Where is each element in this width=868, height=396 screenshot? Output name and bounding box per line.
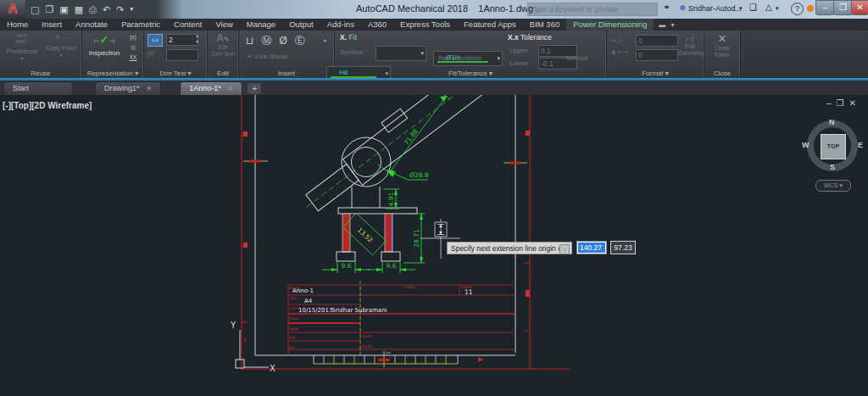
panel-close: ✕ CloseEditor Close xyxy=(704,31,741,78)
tab-insert[interactable]: Insert xyxy=(35,19,69,31)
saveas-icon[interactable]: ▦ xyxy=(75,3,83,16)
dim-rep-3-icon[interactable]: XX xyxy=(126,53,140,63)
close-tab-icon[interactable]: ✕ xyxy=(228,85,234,92)
undo-icon[interactable]: ↶ xyxy=(103,3,110,16)
dim-28-71: 28.71 xyxy=(413,229,420,248)
caret-down-icon[interactable]: ▾ xyxy=(324,37,326,43)
tab-start[interactable]: Start xyxy=(3,81,73,95)
dynamic-input-x[interactable]: 140.27 xyxy=(576,241,607,254)
minimize-button[interactable]: ‒ xyxy=(815,0,835,15)
dim-9-6-left: 9.6 xyxy=(342,262,352,270)
tab-content[interactable]: Content xyxy=(167,19,209,31)
insert-m-icon[interactable]: Ⓜ xyxy=(261,35,279,47)
alert-caret-icon[interactable]: ▾ xyxy=(776,5,779,12)
insert-bracket-icon[interactable]: ⊔ xyxy=(246,35,261,47)
spinner-arrows-icon[interactable]: ▴▾ xyxy=(196,33,198,45)
insert-diameter-icon[interactable]: Ø xyxy=(279,35,294,47)
viewcube-east[interactable]: E xyxy=(858,141,863,149)
dynamic-input-y[interactable]: 97.23 xyxy=(610,241,636,254)
scale-ruler xyxy=(314,355,484,364)
panel-format: ᵃᵇ ⤢⋕ ⊢⊣ 0 0 ⌐/ EditGeometry Format ▾ xyxy=(607,31,704,78)
vp-restore-icon: ❐ xyxy=(837,98,849,108)
tab-manage[interactable]: Manage xyxy=(240,19,282,31)
svg-text:16.04: 16.04 xyxy=(362,344,372,349)
tab-view[interactable]: View xyxy=(209,19,239,31)
lower-label: Lower: xyxy=(509,59,530,67)
window-title: AutoCAD Mechanical 2018 1Anno-1.dwg xyxy=(356,3,533,14)
title-block-lines xyxy=(288,285,515,355)
dim-rep-2-icon[interactable]: ⊗ xyxy=(126,42,140,53)
signin-user[interactable]: Sridhar-Autod... xyxy=(688,4,742,13)
tab-1anno-1[interactable]: 1Anno-1*✕ xyxy=(180,81,242,95)
user-caret-icon[interactable]: ▾ xyxy=(739,5,743,12)
new-tab-button[interactable]: + xyxy=(248,83,261,94)
panel-insert: ⊔ⓂØⒺ ▾ ↵ Line Break Insert xyxy=(239,31,335,78)
tab-drawing1[interactable]: Drawing1*✕ xyxy=(95,81,161,95)
binoculars-icon[interactable]: ⚭ xyxy=(663,3,670,12)
dim-rep-1-icon[interactable]: (x) xyxy=(126,32,140,42)
edit-dim-text-button[interactable]: A✎ EditDim Text xyxy=(209,32,236,58)
new-icon[interactable]: ▢ xyxy=(31,3,39,16)
svg-text:Sheet: Sheet xyxy=(461,285,471,289)
app-menu-button[interactable]: A xyxy=(0,0,25,19)
copy-from-button[interactable]: X→ Copy From ▾ xyxy=(44,33,78,58)
inspection-button[interactable]: ⊢✓⊣ Inspection xyxy=(86,32,123,57)
ribbon: ØXXMMC Predefined ▾ X→ Copy From ▾ Reuse… xyxy=(0,31,868,78)
wcs-menu[interactable]: WCS ▾ xyxy=(815,180,851,192)
tb-sheet-size: A4 xyxy=(304,298,313,304)
tab-home[interactable]: Home xyxy=(0,19,35,31)
center-marks xyxy=(243,160,527,368)
close-tab-icon[interactable]: ✕ xyxy=(147,85,153,92)
format-value-2: 0 xyxy=(636,49,678,61)
help-icon[interactable]: ? xyxy=(791,3,804,15)
qat-customize-icon[interactable]: ▾ xyxy=(130,3,133,16)
svg-text:Name: Name xyxy=(289,286,300,290)
precision-spinner[interactable]: 2 xyxy=(166,34,198,46)
prompt-options-icon[interactable]: ↓ xyxy=(559,244,570,254)
viewcube-top-face[interactable]: TOP xyxy=(821,134,846,159)
plot-icon[interactable]: ⎙ xyxy=(89,3,97,16)
redo-icon[interactable]: ↷ xyxy=(116,3,124,16)
save-icon[interactable]: ▣ xyxy=(59,3,68,16)
part-stand xyxy=(337,208,417,261)
restore-button[interactable]: ❐ xyxy=(833,0,853,15)
viewcube-west[interactable]: W xyxy=(802,141,810,149)
format-a-icon: ᵃᵇ xyxy=(611,38,615,44)
tab-a360[interactable]: A360 xyxy=(361,19,393,31)
tab-bim360[interactable]: BIM 360 xyxy=(523,19,566,31)
dynamic-input-prompt: Specify next extension line origin or ↓ xyxy=(447,242,572,254)
viewcube-south[interactable]: S xyxy=(830,163,835,171)
model-space[interactable]: 71.88 Ø28.8 4.91 28.71 9.6 9.6 13.52 xyxy=(0,95,868,396)
viewcube-north[interactable]: N xyxy=(829,118,835,126)
alert-icon[interactable]: △ xyxy=(765,3,772,12)
tab-parametric[interactable]: Parametric xyxy=(114,19,167,31)
title-block-text: Anno-1 A4 10/15/2017 Sridhar Subramani 1… xyxy=(292,287,473,314)
predefined-button[interactable]: ØXXMMC Predefined ▾ xyxy=(5,33,39,61)
tab-annotate[interactable]: Annotate xyxy=(69,19,114,31)
zone-number: 1 xyxy=(243,337,247,343)
viewport-controls[interactable]: [-][Top][2D Wireframe] xyxy=(3,101,92,110)
search-box xyxy=(527,3,658,16)
drawing-window-controls[interactable]: ‒❐✕ xyxy=(826,98,861,108)
tb-sheet-number: 11 xyxy=(465,288,473,296)
open-icon[interactable]: ❒ xyxy=(45,3,53,16)
precision-icon[interactable]: x.x xyxy=(147,34,163,47)
caret-down-icon: ▾ xyxy=(497,55,500,62)
tab-express-tools[interactable]: Express Tools xyxy=(393,19,457,31)
app-store-icon[interactable]: ❑ xyxy=(749,3,757,12)
ribbon-display-toggle-icon[interactable]: ▬ ▾ xyxy=(659,21,676,29)
insert-e-icon[interactable]: Ⓔ xyxy=(295,35,313,47)
tab-addins[interactable]: Add-ins xyxy=(320,19,361,31)
tab-featured-apps[interactable]: Featured Apps xyxy=(457,19,523,31)
search-input[interactable] xyxy=(528,5,657,14)
viewcube[interactable]: N W E S TOP WCS ▾ xyxy=(800,115,868,200)
dim-dia-28-8: Ø28.8 xyxy=(409,171,429,179)
tab-output[interactable]: Output xyxy=(282,19,320,31)
close-button[interactable]: ✕ xyxy=(851,0,868,15)
drawing-canvas[interactable]: 71.88 Ø28.8 4.91 28.71 9.6 9.6 13.52 xyxy=(0,95,868,396)
autocad-window: A ▢ ❒ ▣ ▦ ⎙ ↶ ↷ ▾ AutoCAD Mechanical 201… xyxy=(0,0,868,396)
quick-access-toolbar: ▢ ❒ ▣ ▦ ⎙ ↶ ↷ ▾ xyxy=(31,3,133,16)
panel-representation: ⊢✓⊣ Inspection (x) ⊗ XX Representation ▾ xyxy=(82,31,144,78)
tab-power-dimensioning[interactable]: Power Dimensioning xyxy=(566,19,654,31)
notification-dot-icon xyxy=(807,5,814,12)
